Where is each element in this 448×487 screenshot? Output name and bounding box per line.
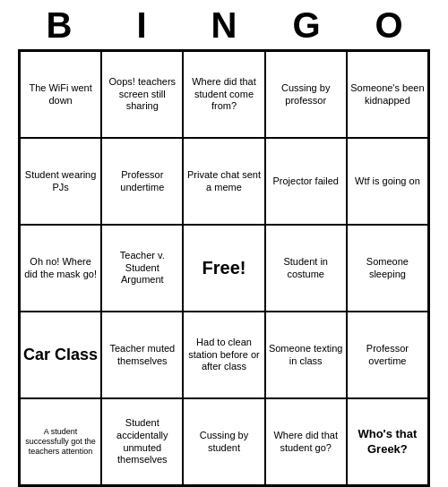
bingo-cell-13[interactable]: Student in costume: [265, 225, 347, 312]
bingo-cell-22[interactable]: Cussing by student: [183, 398, 264, 485]
title-letter-o: O: [368, 5, 409, 46]
bingo-cell-21[interactable]: Student accidentally unmuted themselves: [101, 398, 183, 485]
title-letter-b: B: [39, 5, 80, 46]
bingo-cell-3[interactable]: Cussing by professor: [265, 51, 347, 138]
bingo-title-row: B I N G O: [18, 0, 430, 49]
bingo-cell-20[interactable]: A student successfully got the teachers …: [20, 398, 101, 485]
bingo-cell-11[interactable]: Teacher v. Student Argument: [101, 225, 183, 312]
bingo-cell-24[interactable]: Who's that Greek?: [347, 398, 428, 485]
title-letter-g: G: [286, 5, 327, 46]
bingo-cell-9[interactable]: Wtf is going on: [347, 138, 428, 225]
bingo-cell-8[interactable]: Projector failed: [265, 138, 347, 225]
title-letter-n: N: [203, 5, 245, 46]
bingo-cell-4[interactable]: Someone's been kidnapped: [347, 51, 428, 138]
bingo-cell-1[interactable]: Oops! teachers screen still sharing: [101, 51, 183, 138]
bingo-cell-16[interactable]: Teacher muted themselves: [101, 312, 183, 398]
bingo-grid: The WiFi went downOops! teachers screen …: [18, 49, 430, 487]
bingo-cell-19[interactable]: Professor overtime: [347, 312, 428, 398]
bingo-cell-5[interactable]: Student wearing PJs: [20, 138, 101, 225]
bingo-cell-23[interactable]: Where did that student go?: [265, 398, 347, 485]
bingo-cell-18[interactable]: Someone texting in class: [265, 312, 347, 398]
bingo-cell-0[interactable]: The WiFi went down: [20, 51, 101, 138]
title-letter-i: I: [121, 5, 162, 46]
bingo-cell-15[interactable]: Car Class: [20, 312, 101, 398]
bingo-cell-12[interactable]: Free!: [183, 225, 264, 312]
bingo-cell-7[interactable]: Private chat sent a meme: [183, 138, 264, 225]
bingo-cell-17[interactable]: Had to clean station before or after cla…: [183, 312, 264, 398]
bingo-cell-6[interactable]: Professor undertime: [101, 138, 183, 225]
bingo-cell-10[interactable]: Oh no! Where did the mask go!: [20, 225, 101, 312]
bingo-cell-14[interactable]: Someone sleeping: [347, 225, 428, 312]
bingo-cell-2[interactable]: Where did that student come from?: [183, 51, 264, 138]
